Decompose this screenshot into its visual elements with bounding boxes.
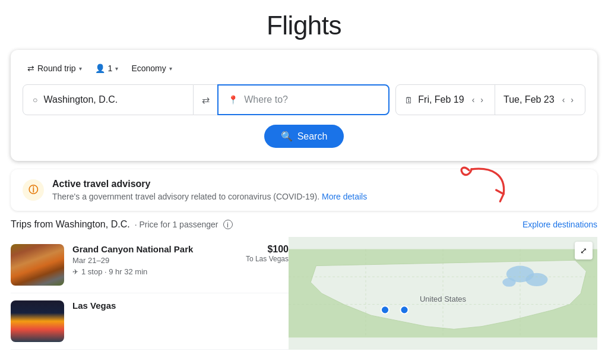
destination-field[interactable]: 📍 Where to? (217, 84, 390, 115)
advisory-icon-wrap: ⓘ (23, 179, 44, 201)
expand-icon: ⤢ (580, 246, 587, 255)
advisory-info-icon: ⓘ (28, 184, 38, 197)
date-fields-container: 🗓 Fri, Feb 19 ‹ › Tue, Feb 23 ‹ › (395, 84, 585, 115)
card-thumbnail-las-vegas (11, 300, 64, 342)
card-thumbnail-grand-canyon (11, 244, 64, 286)
card-stops: 1 stop · 9 hr 32 min (81, 267, 147, 276)
person-icon: 👤 (95, 64, 105, 73)
search-icon: 🔍 (281, 131, 293, 142)
return-next-button[interactable]: › (568, 93, 577, 107)
passengers-label: 1 (108, 64, 113, 73)
advisory-more-details-link[interactable]: More details (322, 192, 367, 201)
trips-section-subtitle: · Price for 1 passenger (135, 220, 218, 229)
passengers-button[interactable]: 👤 1 ▾ (90, 61, 124, 76)
trips-title-row: Trips from Washington, D.C. · Price for … (11, 219, 233, 230)
trip-type-chevron: ▾ (79, 65, 82, 72)
cabin-label: Economy (131, 64, 166, 73)
advisory-title: Active travel advisory (52, 179, 585, 189)
card-flight-info: ✈ 1 stop · 9 hr 32 min (72, 267, 238, 276)
svg-point-4 (502, 278, 515, 287)
card-title: Grand Canyon National Park (72, 244, 238, 254)
return-date-nav: ‹ › (559, 93, 577, 107)
map-expand-button[interactable]: ⤢ (575, 242, 593, 259)
trip-type-button[interactable]: ⇄ Round trip ▾ (23, 61, 87, 76)
return-date-field[interactable]: Tue, Feb 23 ‹ › (495, 85, 585, 115)
advisory-body: There's a government travel advisory rel… (52, 192, 585, 201)
card-content-las-vegas: Las Vegas (72, 300, 289, 312)
page-title: Flights (0, 11, 608, 40)
search-fields-row: ○ Washington, D.C. ⇄ 📍 Where to? 🗓 Fri, … (23, 84, 585, 115)
search-panel: ⇄ Round trip ▾ 👤 1 ▾ Economy ▾ ○ Washing… (11, 50, 597, 161)
search-button-label: Search (297, 131, 328, 142)
search-button[interactable]: 🔍 Search (264, 125, 344, 148)
card-content-grand-canyon: Grand Canyon National Park Mar 21–29 ✈ 1… (72, 244, 238, 276)
card-price-sub: To Las Vegas (246, 255, 289, 263)
search-button-row: 🔍 Search (23, 125, 585, 148)
svg-text:United States: United States (420, 295, 467, 303)
return-prev-button[interactable]: ‹ (559, 93, 568, 107)
depart-next-button[interactable]: › (477, 93, 486, 107)
origin-field[interactable]: ○ Washington, D.C. (23, 84, 194, 115)
page-header: Flights (0, 0, 608, 50)
passengers-chevron: ▾ (115, 65, 118, 72)
advisory-body-text: There's a government travel advisory rel… (52, 192, 319, 201)
trips-section: Trips from Washington, D.C. · Price for … (11, 219, 597, 350)
return-date-value: Tue, Feb 23 (504, 94, 555, 105)
card-title: Las Vegas (72, 300, 289, 311)
calendar-icon: 🗓 (404, 95, 413, 105)
trips-info-icon: i (223, 220, 233, 229)
depart-date-field[interactable]: 🗓 Fri, Feb 19 ‹ › (396, 85, 495, 115)
svg-point-12 (401, 306, 408, 314)
card-price: $100 (246, 244, 289, 255)
cabin-button[interactable]: Economy ▾ (126, 61, 176, 76)
trips-header: Trips from Washington, D.C. · Price for … (11, 219, 597, 230)
trip-options-row: ⇄ Round trip ▾ 👤 1 ▾ Economy ▾ (23, 61, 585, 76)
svg-point-11 (381, 306, 389, 314)
cards-list: Grand Canyon National Park Mar 21–29 ✈ 1… (11, 237, 289, 350)
map-svg: United States (289, 237, 597, 350)
list-item[interactable]: Grand Canyon National Park Mar 21–29 ✈ 1… (11, 237, 289, 293)
trip-type-label: Round trip (37, 64, 76, 73)
depart-prev-button[interactable]: ‹ (469, 93, 478, 107)
destination-pin-icon: 📍 (228, 95, 238, 105)
origin-circle-icon: ○ (33, 95, 37, 105)
depart-date-value: Fri, Feb 19 (418, 94, 464, 105)
explore-destinations-link[interactable]: Explore destinations (522, 220, 597, 229)
map-area: United States ⤢ (289, 237, 597, 350)
card-dates: Mar 21–29 (72, 256, 238, 265)
trip-type-icon: ⇄ (27, 64, 34, 73)
trips-section-title: Trips from Washington, D.C. (11, 219, 130, 230)
swap-button[interactable]: ⇄ (194, 84, 217, 115)
list-item[interactable]: Las Vegas (11, 293, 289, 350)
cards-map-row: Grand Canyon National Park Mar 21–29 ✈ 1… (11, 237, 597, 350)
advisory-section: ⓘ Active travel advisory There's a gover… (0, 169, 608, 211)
card-price-col-grand-canyon: $100 To Las Vegas (246, 244, 289, 263)
advisory-content: Active travel advisory There's a governm… (52, 179, 585, 201)
cabin-chevron: ▾ (169, 65, 172, 72)
advisory-banner: ⓘ Active travel advisory There's a gover… (11, 169, 597, 211)
swap-icon: ⇄ (202, 94, 210, 106)
destination-placeholder: Where to? (244, 94, 288, 105)
depart-date-nav: ‹ › (469, 93, 486, 107)
svg-point-3 (525, 273, 547, 286)
origin-value: Washington, D.C. (43, 94, 118, 105)
flight-icon: ✈ (72, 268, 78, 276)
